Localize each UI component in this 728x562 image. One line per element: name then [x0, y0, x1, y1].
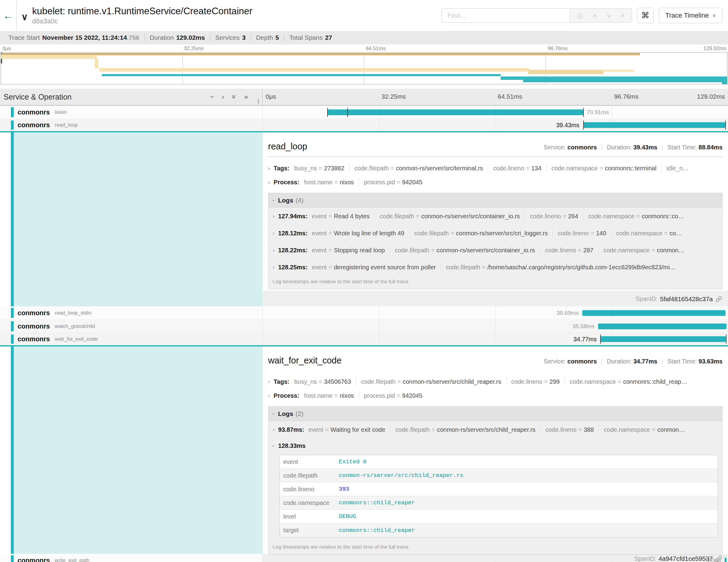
span-detail-read-loop: read_loop Service:conmonrs| Duration:39.…	[0, 132, 728, 306]
chevron-right-icon: ›	[268, 392, 270, 399]
span-row-wait-for-exit-code[interactable]: conmonrswait_for_exit_code 34.77ms	[0, 333, 728, 346]
logs-accordion: › Logs (2) › 93.87ms: event=Waiting for …	[268, 406, 723, 555]
trace-timeline-page: ← ∨ kubelet: runtime.v1.RuntimeService/C…	[0, 0, 728, 562]
log-entry[interactable]: › 128.22ms: event=Stopping read loopcode…	[268, 242, 722, 259]
span-detail-meta: Service:conmonrs| Duration:39.43ms| Star…	[544, 144, 723, 151]
trace-start: Trace StartNovember 15 2022, 11:24:14.75…	[4, 34, 144, 42]
key-value-pair: code.filepath=conmon-rs/server/src/child…	[361, 378, 501, 385]
chevron-right-icon: ›	[273, 230, 274, 237]
view-selector-button[interactable]: Trace Timeline ∨	[659, 8, 723, 23]
field-divider	[356, 377, 356, 386]
process-accordion[interactable]: › Process: host.name=nixosprocess.pid=94…	[263, 175, 728, 189]
minimap-span-bar	[523, 79, 727, 82]
log-entry[interactable]: › 93.87ms: event=Waiting for exit codeco…	[268, 421, 722, 438]
key-value-pair: code.lineno=134	[493, 165, 541, 172]
span-row-listen[interactable]: conmonrslisten 70.91ms	[0, 106, 728, 119]
service-color-bar	[11, 121, 14, 130]
key-value-pair: code.namespace=conmon…	[604, 426, 685, 433]
find-input[interactable]	[442, 9, 570, 22]
field-divider	[525, 212, 525, 220]
log-field-row: code.namespaceconmonrs::child_reaper	[280, 496, 718, 510]
span-duration-bar[interactable]	[582, 310, 726, 316]
process-accordion[interactable]: › Process: host.name=nixosprocess.pid=94…	[263, 389, 728, 403]
span-duration-bar[interactable]	[725, 557, 726, 562]
key-value-pair: code.lineno=140	[558, 230, 606, 237]
link-icon[interactable]	[715, 295, 723, 303]
clear-search-icon[interactable]: ×	[621, 12, 624, 20]
collapse-one-icon[interactable]: ›	[208, 96, 217, 98]
trace-minimap[interactable]	[1, 52, 727, 84]
key-value-pair: code.filepath=/home/sascha/.cargo/regist…	[446, 264, 675, 271]
expand-all-icon[interactable]: »	[244, 93, 248, 101]
logs-accordion: › Logs (4) › 127.94ms: event=Read 4 byte…	[268, 193, 723, 289]
log-entry-expanded[interactable]: › 128.33ms	[268, 438, 722, 454]
field-divider	[540, 246, 540, 254]
span-row-read-loop-stdin[interactable]: conmonrsread_loop_stdin 39.69ms	[0, 306, 728, 320]
chevron-down-icon[interactable]: ∨	[21, 12, 28, 22]
span-duration-label: 39.43ms	[556, 122, 580, 129]
key-value-pair: code.filepath=conmon-rs/server/src/termi…	[354, 165, 483, 172]
chevron-right-icon: ›	[273, 213, 274, 220]
span-row-read-loop[interactable]: conmonrsread_loop 39.43ms	[0, 119, 728, 132]
field-divider	[390, 246, 390, 254]
span-boundary-tick	[726, 335, 726, 344]
key-value-pair: event=Stopping read loop	[312, 247, 385, 254]
trace-total-spans: Total Spans27	[284, 34, 337, 42]
tick-label: 0μs	[266, 93, 276, 100]
minimap-span-bar	[100, 68, 529, 72]
service-color-bar	[11, 321, 14, 331]
log-entry[interactable]: › 128.12ms: event=Wrote log line of leng…	[268, 225, 722, 242]
span-boundary-tick	[327, 108, 328, 117]
log-field-row: eventExited 0	[280, 455, 718, 469]
log-entry[interactable]: › 128.25ms: event=deregistering event so…	[268, 259, 722, 276]
field-divider	[611, 229, 611, 237]
key-value-pair: event=Waiting for exit code	[308, 426, 385, 433]
key-value-pair: host.name=nixos	[304, 392, 354, 399]
log-field-row: code.lineno393	[280, 482, 718, 496]
log-fields-table: eventExited 0code.filepathconmon-rs/serv…	[279, 455, 718, 537]
span-duration-bar[interactable]	[600, 336, 726, 342]
key-value-pair: code.namespace=conmonrs::co…	[588, 213, 684, 220]
log-field-row: levelDEBUG	[280, 510, 718, 523]
back-button[interactable]: ←	[0, 0, 17, 31]
gridline	[612, 89, 612, 105]
field-divider	[506, 377, 506, 386]
locate-icon[interactable]: ◎	[577, 12, 583, 20]
key-value-pair: idle_n…	[666, 165, 689, 172]
key-value-pair: code.lineno=264	[530, 213, 578, 220]
key-value-pair: event=deregistering event source from po…	[312, 264, 436, 271]
next-result-icon[interactable]: ∨	[606, 12, 611, 20]
span-boundary-tick	[583, 108, 584, 117]
key-value-pair: code.namespace=co…	[616, 230, 682, 237]
expand-one-icon[interactable]: ›	[222, 93, 224, 101]
logs-header[interactable]: › Logs (2)	[268, 407, 722, 421]
log-field-row: targetconmonrs::child_reaper	[280, 523, 718, 537]
tags-accordion[interactable]: › Tags: busy_ns=273882code.filepath=conm…	[263, 161, 728, 175]
service-operation-header: Service & Operation	[4, 93, 72, 101]
field-divider	[540, 425, 541, 434]
span-row-write-exit-path[interactable]: conmonrswrite_exit_path 303μs	[0, 554, 728, 562]
logs-header[interactable]: › Logs (4)	[268, 193, 722, 208]
field-divider	[390, 425, 390, 434]
collapse-all-icon[interactable]: »	[230, 95, 238, 99]
field-divider	[349, 164, 349, 172]
span-duration-bar[interactable]	[583, 122, 725, 128]
span-row-watch-grandchild[interactable]: conmonrswatch_grandchild 35.58ms	[0, 320, 728, 333]
span-duration-bar[interactable]	[327, 109, 583, 115]
span-duration-bar[interactable]	[598, 323, 726, 329]
log-entry[interactable]: › 127.94ms: event=Read 4 bytescode.filep…	[268, 208, 722, 225]
span-boundary-tick	[583, 121, 584, 130]
column-resizer[interactable]: ∥	[257, 98, 260, 104]
prev-result-icon[interactable]: ∧	[592, 12, 597, 20]
page-title: kubelet: runtime.v1.RuntimeService/Creat…	[32, 6, 252, 17]
span-duration-label: 39.69ms	[556, 310, 579, 316]
gridline	[495, 89, 496, 105]
timeline-header: Service & Operation › › » » ∥ 0μs 32.25m…	[0, 89, 728, 106]
field-divider	[546, 164, 546, 172]
span-detail-wait-for-exit-code: wait_for_exit_code Service:conmonrs| Dur…	[0, 346, 728, 554]
view-selector-label: Trace Timeline	[665, 12, 709, 19]
tags-accordion[interactable]: › Tags: busy_ns=34506763code.filepath=co…	[263, 375, 728, 389]
keyboard-shortcuts-button[interactable]: ⌘	[637, 8, 654, 23]
trace-duration: Duration129.02ms	[144, 34, 210, 42]
gridline	[379, 89, 379, 105]
